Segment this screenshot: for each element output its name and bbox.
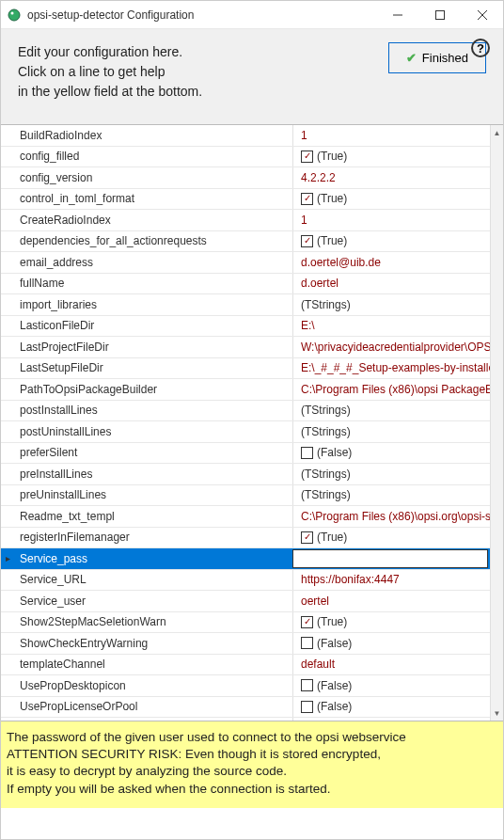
config-key: Service_user	[14, 594, 292, 608]
config-value[interactable]: C:\Program Files (x86)\opsi.org\opsi-set	[292, 506, 490, 527]
config-row[interactable]: preUninstallLines(TStrings)	[1, 485, 490, 507]
config-value[interactable]: (TStrings)	[292, 294, 490, 315]
bool-label: (False)	[317, 679, 352, 692]
config-value[interactable]: default	[292, 655, 490, 675]
config-row[interactable]: fullNamed.oertel	[1, 274, 490, 295]
help-line: ATTENTION SECURITY RISK: Even though it …	[7, 746, 497, 763]
config-value[interactable]: (TStrings)	[292, 421, 490, 442]
config-row[interactable]: CreateRadioIndex1	[1, 210, 490, 231]
value-text: default	[301, 658, 335, 671]
config-row[interactable]: LastProjectFileDirW:\privacyideacredenti…	[1, 337, 490, 358]
scroll-up-icon[interactable]: ▲	[491, 125, 503, 140]
help-line: it is easy to decrypt by analyzing the s…	[7, 763, 497, 780]
checkbox-icon[interactable]: ✓	[301, 235, 313, 247]
config-row[interactable]: Show2StepMacSeletionWarn✓(True)	[1, 612, 490, 634]
config-row[interactable]: templateChanneldefault	[1, 655, 490, 676]
header-instructions: Edit your configuration here. Click on a…	[18, 42, 202, 102]
config-row[interactable]: preferSilent(False)	[1, 443, 490, 465]
config-row[interactable]: control_in_toml_format✓(True)	[1, 189, 490, 211]
config-row[interactable]: ▸Service_pass	[1, 548, 490, 570]
config-row[interactable]: ShowCheckEntryWarning(False)	[1, 633, 490, 655]
config-row[interactable]: preInstallLines(TStrings)	[1, 464, 490, 485]
config-key: postUninstallLines	[14, 425, 292, 438]
config-value[interactable]: ✓(True)	[292, 189, 490, 210]
config-row[interactable]: config_version4.2.2.2	[1, 167, 490, 189]
checkbox-icon[interactable]: ✓	[301, 193, 313, 205]
config-row[interactable]: registerInFilemanager✓(True)	[1, 528, 490, 549]
config-row[interactable]: email_addressd.oertel@uib.de	[1, 252, 490, 274]
config-value[interactable]: (TStrings)	[292, 401, 490, 421]
config-row[interactable]: PathToOpsiPackageBuilderC:\Program Files…	[1, 379, 490, 401]
config-value[interactable]: W:\	[292, 718, 490, 721]
config-value[interactable]: (TStrings)	[292, 464, 490, 484]
maximize-button[interactable]	[418, 1, 461, 28]
config-key: PathToOpsiPackageBuilder	[14, 383, 292, 396]
checkbox-icon[interactable]	[301, 679, 313, 691]
config-value[interactable]: https://bonifax:4447	[292, 570, 490, 591]
config-row[interactable]: config_filled✓(True)	[1, 147, 490, 168]
config-value[interactable]: E:\	[292, 316, 490, 337]
checkbox-icon[interactable]: ✓	[301, 616, 313, 628]
config-value[interactable]	[292, 549, 488, 568]
config-value[interactable]: 1	[292, 210, 490, 230]
config-value[interactable]: E:\_#_#_#_Setup-examples-by-installer	[292, 358, 490, 379]
row-indicator-icon: ▸	[1, 553, 14, 563]
config-row[interactable]: BuildRadioIndex1	[1, 125, 490, 147]
config-row[interactable]: workbench_PathW:\	[1, 718, 490, 721]
config-row[interactable]: dependencies_for_all_actionrequests✓(Tru…	[1, 231, 490, 253]
config-value[interactable]: d.oertel@uib.de	[292, 252, 490, 273]
config-value[interactable]: (False)	[292, 675, 490, 696]
value-text: (TStrings)	[301, 298, 351, 311]
minimize-button[interactable]	[376, 1, 418, 28]
config-row[interactable]: postUninstallLines(TStrings)	[1, 421, 490, 443]
config-key: UsePropDesktopicon	[14, 679, 292, 692]
config-value[interactable]: C:\Program Files (x86)\opsi PackageBuil	[292, 379, 490, 400]
config-value[interactable]: W:\privacyideacredentialprovider\OPSI	[292, 337, 490, 357]
config-key: Service_URL	[14, 573, 292, 586]
config-value[interactable]: ✓(True)	[292, 612, 490, 633]
scrollbar[interactable]: ▲ ▼	[490, 125, 503, 721]
config-row[interactable]: Service_useroertel	[1, 591, 490, 612]
config-value[interactable]: (False)	[292, 697, 490, 718]
check-icon: ✔	[406, 51, 417, 65]
value-text: d.oertel@uib.de	[301, 256, 381, 269]
bool-label: (False)	[317, 700, 352, 713]
config-row[interactable]: LasticonFileDirE:\	[1, 316, 490, 338]
config-value[interactable]: (False)	[292, 633, 490, 654]
config-value[interactable]: d.oertel	[292, 274, 490, 294]
config-row[interactable]: postInstallLines(TStrings)	[1, 401, 490, 422]
scroll-down-icon[interactable]: ▼	[491, 705, 503, 721]
config-key: Show2StepMacSeletionWarn	[14, 615, 292, 628]
config-row[interactable]: UsePropLicenseOrPool(False)	[1, 697, 490, 719]
config-row[interactable]: Readme_txt_templC:\Program Files (x86)\o…	[1, 506, 490, 528]
config-value[interactable]: 4.2.2.2	[292, 167, 490, 188]
value-text: C:\Program Files (x86)\opsi PackageBuil	[301, 383, 490, 396]
window-controls	[376, 1, 503, 28]
config-value[interactable]: (False)	[292, 443, 490, 464]
help-icon[interactable]: ?	[471, 39, 490, 57]
config-value[interactable]: ✓(True)	[292, 528, 490, 548]
checkbox-icon[interactable]	[301, 637, 313, 649]
bool-label: (True)	[317, 531, 347, 544]
value-text: (TStrings)	[301, 404, 351, 417]
config-row[interactable]: Service_URLhttps://bonifax:4447	[1, 570, 490, 592]
checkbox-icon[interactable]	[301, 447, 313, 459]
header-line: in the yellow field at the bottom.	[18, 82, 202, 102]
config-row[interactable]: import_libraries(TStrings)	[1, 294, 490, 316]
config-value[interactable]: ✓(True)	[292, 147, 490, 167]
config-value[interactable]: (TStrings)	[292, 485, 490, 506]
grid-body: BuildRadioIndex1config_filled✓(True)conf…	[1, 125, 490, 721]
checkbox-icon[interactable]: ✓	[301, 531, 313, 544]
app-icon	[7, 8, 22, 23]
config-value[interactable]: ✓(True)	[292, 231, 490, 252]
checkbox-icon[interactable]	[301, 701, 313, 713]
close-button[interactable]	[461, 1, 503, 28]
config-key: postInstallLines	[14, 404, 292, 417]
config-value[interactable]: oertel	[292, 591, 490, 611]
checkbox-icon[interactable]: ✓	[301, 151, 313, 163]
bool-label: (True)	[317, 150, 347, 163]
config-value[interactable]: 1	[292, 125, 490, 146]
svg-point-0	[8, 9, 20, 21]
config-row[interactable]: UsePropDesktopicon(False)	[1, 675, 490, 697]
config-row[interactable]: LastSetupFileDirE:\_#_#_#_Setup-examples…	[1, 358, 490, 380]
